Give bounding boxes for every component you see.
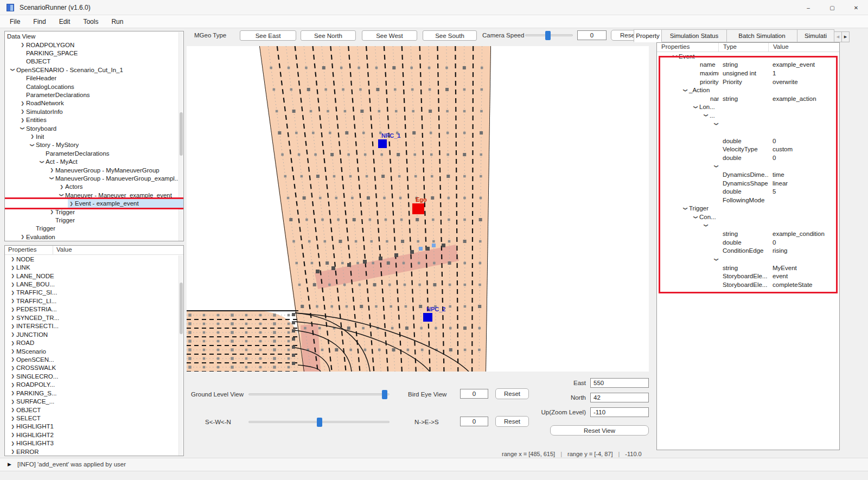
- menu-edit[interactable]: Edit: [54, 16, 76, 27]
- close-icon[interactable]: ✕: [844, 0, 868, 15]
- collapsed-arrow-icon[interactable]: ❯: [9, 313, 16, 322]
- tree-item[interactable]: ❯Event - example_event: [5, 199, 183, 207]
- expanded-arrow-icon[interactable]: ❯: [712, 163, 719, 170]
- data-view-scrollbar[interactable]: [178, 32, 183, 241]
- expanded-arrow-icon[interactable]: ❯: [681, 205, 690, 212]
- column-header-value[interactable]: Value: [53, 246, 183, 254]
- tab-property[interactable]: Property: [634, 29, 662, 42]
- collapsed-arrow-icon[interactable]: ❯: [48, 166, 55, 174]
- yaw-value-field[interactable]: 0: [460, 417, 488, 426]
- property-row[interactable]: ❯: [657, 162, 839, 171]
- mgeo-item[interactable]: ❯SELECT: [5, 414, 183, 422]
- collapsed-arrow-icon[interactable]: ❯: [9, 423, 16, 431]
- collapsed-arrow-icon[interactable]: ❯: [9, 339, 16, 347]
- mgeo-item[interactable]: ❯ERROR: [5, 447, 183, 456]
- mgeo-item[interactable]: ❯SINGLECRO...: [5, 372, 183, 380]
- mgeo-item[interactable]: ❯CROSSWALK: [5, 364, 183, 372]
- menu-tools[interactable]: Tools: [78, 16, 104, 27]
- expanded-arrow-icon[interactable]: ❯: [58, 191, 66, 199]
- tree-item[interactable]: ❯ROADPOLYGON: [5, 41, 183, 49]
- slider-handle[interactable]: [317, 418, 322, 427]
- property-row[interactable]: ❯Lon...: [657, 103, 839, 112]
- mgeo-item[interactable]: ❯HIGHLIGHT2: [5, 431, 183, 439]
- property-row[interactable]: ❯Event: [657, 52, 839, 61]
- tree-item[interactable]: Trigger: [5, 225, 183, 233]
- mgeo-item[interactable]: ❯TRAFFIC_SI...: [5, 289, 183, 297]
- mgeo-item[interactable]: ❯LANE_BOU...: [5, 280, 183, 288]
- tree-item[interactable]: FileHeader: [5, 74, 183, 82]
- map-canvas[interactable]: NPC_1EgoNPC_2: [187, 46, 649, 372]
- maximize-icon[interactable]: ▢: [820, 0, 844, 15]
- property-row[interactable]: ❯Trigger: [657, 204, 839, 213]
- column-header-properties[interactable]: Properties: [5, 246, 53, 254]
- property-row[interactable]: stringexample_condition: [657, 229, 839, 238]
- mgeo-item[interactable]: ❯TRAFFIC_LI...: [5, 297, 183, 305]
- mgeo-item[interactable]: ❯HIGHLIGHT3: [5, 439, 183, 447]
- menu-run[interactable]: Run: [106, 16, 129, 27]
- collapsed-arrow-icon[interactable]: ❯: [9, 381, 16, 389]
- property-row[interactable]: ❯_Action: [657, 86, 839, 94]
- collapsed-arrow-icon[interactable]: ❯: [9, 406, 16, 414]
- tree-item[interactable]: ❯Story - MyStory: [5, 141, 183, 149]
- tree-item[interactable]: Trigger: [5, 216, 183, 224]
- mgeo-item[interactable]: ❯INTERSECTI...: [5, 322, 183, 330]
- property-row[interactable]: ❯: [657, 221, 839, 230]
- property-row[interactable]: stringMyEvent: [657, 264, 839, 272]
- tab-scroll-right-icon[interactable]: ▶: [842, 31, 850, 42]
- property-row[interactable]: StoryboardEle...completeState: [657, 280, 839, 289]
- collapsed-arrow-icon[interactable]: ❯: [68, 200, 75, 208]
- collapsed-arrow-icon[interactable]: ❯: [9, 280, 16, 289]
- expanded-arrow-icon[interactable]: ❯: [9, 66, 17, 73]
- yaw-reset-button[interactable]: Reset: [495, 416, 529, 427]
- expand-log-icon[interactable]: ▶: [8, 462, 11, 467]
- collapsed-arrow-icon[interactable]: ❯: [9, 347, 16, 355]
- property-row[interactable]: ❯Con...: [657, 213, 839, 221]
- north-field[interactable]: 42: [590, 393, 649, 402]
- property-row[interactable]: double0: [657, 153, 839, 162]
- see-east-button[interactable]: See East: [240, 30, 296, 41]
- property-row[interactable]: ConditionEdgerising: [657, 247, 839, 255]
- collapsed-arrow-icon[interactable]: ❯: [9, 272, 16, 280]
- property-row[interactable]: ❯: [657, 120, 839, 129]
- expanded-arrow-icon[interactable]: ❯: [702, 222, 710, 229]
- expanded-arrow-icon[interactable]: ❯: [681, 87, 690, 94]
- mgeo-item[interactable]: ❯PEDESTRIA...: [5, 305, 183, 313]
- tree-item[interactable]: ❯Trigger: [5, 208, 183, 216]
- collapsed-arrow-icon[interactable]: ❯: [19, 99, 26, 107]
- collapsed-arrow-icon[interactable]: ❯: [58, 183, 65, 191]
- tree-item[interactable]: ParameterDeclarations: [5, 149, 183, 157]
- property-row[interactable]: ❯...: [657, 111, 839, 120]
- mgeo-item[interactable]: ❯JUNCTION: [5, 330, 183, 338]
- expanded-arrow-icon[interactable]: ❯: [692, 214, 700, 221]
- collapsed-arrow-icon[interactable]: ❯: [9, 255, 16, 263]
- mgeo-item[interactable]: ❯NODE: [5, 255, 183, 263]
- expanded-arrow-icon[interactable]: ❯: [692, 104, 700, 111]
- tab-simulation-status[interactable]: Simulation Status: [662, 29, 727, 42]
- collapsed-arrow-icon[interactable]: ❯: [9, 389, 16, 397]
- collapsed-arrow-icon[interactable]: ❯: [9, 289, 16, 297]
- property-row[interactable]: ❯: [657, 255, 839, 264]
- collapsed-arrow-icon[interactable]: ❯: [9, 322, 16, 330]
- expanded-arrow-icon[interactable]: ❯: [712, 256, 719, 263]
- mgeo-item[interactable]: ❯SURFACE_...: [5, 397, 183, 405]
- see-north-button[interactable]: See North: [301, 30, 356, 41]
- scrollbar-thumb[interactable]: [180, 283, 183, 334]
- property-row[interactable]: maximu...unsigned int1: [657, 69, 839, 78]
- collapsed-arrow-icon[interactable]: ❯: [9, 414, 16, 423]
- mgeo-item[interactable]: ❯LINK: [5, 263, 183, 271]
- property-row[interactable]: namestringexample_event: [657, 61, 839, 69]
- expanded-arrow-icon[interactable]: ❯: [28, 142, 36, 149]
- scrollbar-thumb[interactable]: [180, 112, 183, 156]
- collapsed-arrow-icon[interactable]: ❯: [9, 431, 16, 439]
- slider-handle[interactable]: [382, 390, 387, 399]
- tree-item[interactable]: OBJECT: [5, 57, 183, 66]
- collapsed-arrow-icon[interactable]: ❯: [9, 355, 16, 363]
- up-zoom-field[interactable]: -110: [590, 407, 649, 417]
- tab-scroll-left-icon[interactable]: ◀: [834, 31, 842, 42]
- property-row[interactable]: namestringexample_action: [657, 94, 839, 103]
- property-row[interactable]: VelocityTypecustom: [657, 145, 839, 154]
- property-row[interactable]: double0: [657, 137, 839, 145]
- tree-item[interactable]: ❯RoadNetwork: [5, 99, 183, 107]
- menu-file[interactable]: File: [4, 16, 25, 27]
- tree-item[interactable]: CatalogLocations: [5, 82, 183, 91]
